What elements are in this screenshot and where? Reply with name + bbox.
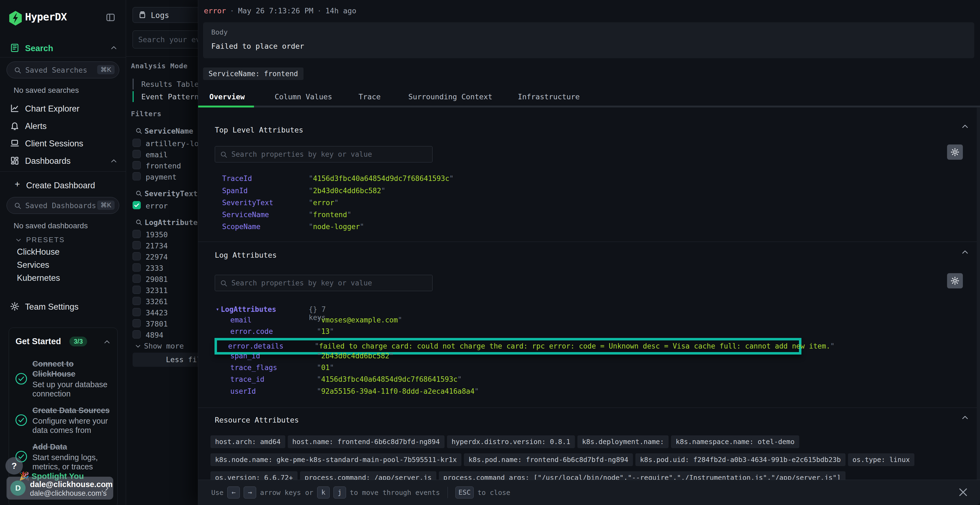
checkbox[interactable] [132, 150, 141, 158]
filter-option-label: payment [146, 173, 177, 181]
attribute-value: 4156d3fbc40a64854d9dc7f68641593c [317, 375, 462, 383]
attribute-key: span_id [230, 352, 317, 360]
attribute-row[interactable]: ScopeNamenode-logger [222, 222, 364, 235]
section-title-resource-attributes: Resource Attributes [215, 416, 299, 424]
log-attributes-tree-root[interactable]: ▾LogAttributes {} 7 keys [216, 305, 276, 316]
resource-chip[interactable]: k8s.namespace.name: otel-demo [671, 435, 799, 448]
detail-tabs: Overview Column Values Trace Surrounding… [198, 90, 980, 106]
footer-text: Use [211, 489, 223, 497]
checkbox[interactable] [132, 330, 141, 338]
chevron-up-icon[interactable] [961, 248, 969, 256]
attribute-row[interactable]: userId92a55156-39a4-11f0-8ddd-a2eca416a8… [230, 387, 479, 399]
scrollbar-track[interactable] [977, 108, 980, 480]
checkbox[interactable] [132, 252, 141, 260]
checkbox[interactable] [132, 286, 141, 294]
checkbox[interactable] [132, 319, 141, 327]
create-dashboard-button[interactable]: Create Dashboard [26, 181, 95, 191]
checkbox[interactable] [132, 297, 141, 305]
sidebar-collapse-icon[interactable] [105, 13, 116, 22]
arrow-left-keycap: ← [227, 486, 240, 499]
saved-dashboards-input[interactable]: Saved Dashboards ⌘K [6, 197, 119, 214]
resource-chip[interactable]: host.arch: amd64 [210, 435, 285, 448]
preset-clickhouse[interactable]: ClickHouse [17, 247, 60, 257]
resource-chip[interactable]: k8s.deployment.name: [578, 435, 668, 448]
chevron-up-icon [110, 157, 118, 165]
resource-chip[interactable]: k8s.pod.name: frontend-6b6c8d7bfd-ng894 [464, 453, 633, 466]
checkbox[interactable] [132, 139, 141, 147]
tree-root-key: LogAttributes [221, 305, 276, 313]
get-started-badge: 3/3 [69, 337, 87, 346]
step-desc: Configure where your data comes from [32, 416, 111, 435]
resource-chip-row: host.arch: amd64 host.name: frontend-6b6… [210, 435, 970, 448]
grid-icon [10, 156, 20, 165]
chevron-up-icon[interactable] [103, 338, 111, 346]
search-icon [220, 279, 228, 287]
attribute-row[interactable]: ServiceNamefrontend [222, 211, 352, 222]
sidebar-item-client-sessions[interactable]: Client Sessions [0, 136, 126, 150]
user-menu[interactable]: D dale@clickhouse.com dale@clickhouse.co… [6, 477, 113, 500]
filter-option-label: frontend [146, 162, 181, 170]
checkbox[interactable] [132, 264, 141, 272]
resource-chip[interactable]: k8s.pod.uid: f284fb2d-a0b3-4634-991b-e2c… [635, 453, 846, 466]
checkbox[interactable] [132, 308, 141, 316]
tab-overview[interactable]: Overview [209, 92, 245, 101]
attribute-row[interactable]: trace_id4156d3fbc40a64854d9dc7f68641593c [230, 375, 462, 387]
chevron-up-icon[interactable] [961, 122, 969, 130]
close-icon[interactable] [958, 486, 969, 498]
attribute-row[interactable]: SpanId2b43d0c4dd6bc582 [222, 187, 385, 199]
sidebar-item-team-settings[interactable]: Team Settings [0, 299, 126, 313]
sidebar-item-alerts[interactable]: Alerts [0, 119, 126, 133]
attribute-row[interactable]: TraceId4156d3fbc40a64854d9dc7f68641593c [222, 175, 453, 186]
step-title: Connect to ClickHouse [32, 359, 111, 379]
analysis-mode-label: Analysis Mode [131, 62, 188, 70]
service-tag-chip[interactable]: ServiceName: frontend [203, 67, 304, 80]
tab-column-values[interactable]: Column Values [275, 92, 332, 101]
resource-chip[interactable]: k8s.node.name: gke-pme-k8s-standard-main… [210, 453, 461, 466]
resource-chip[interactable]: os.type: linux [848, 453, 915, 466]
search-icon [14, 202, 22, 210]
attribute-value: vmoses@example.com [317, 316, 402, 324]
user-email: dale@clickhouse.com [30, 480, 113, 489]
separator-dot: · [230, 6, 234, 15]
get-started-step-connect[interactable]: Connect to ClickHouse Set up your databa… [15, 359, 111, 399]
tree-expand-icon[interactable]: ▾ [216, 306, 219, 312]
sidebar-item-label: Alerts [25, 121, 46, 131]
tab-infrastructure[interactable]: Infrastructure [518, 92, 580, 101]
presets-toggle[interactable]: PRESETS [26, 236, 65, 244]
sidebar-item-search[interactable]: Search [0, 41, 126, 55]
get-started-step-sources[interactable]: Create Data Sources Configure where your… [15, 405, 111, 435]
resource-chip[interactable]: hyperdx.distro.version: 0.8.1 [447, 435, 575, 448]
no-saved-dashboards-text: No saved dashboards [14, 221, 88, 230]
plus-icon: + [15, 179, 20, 189]
chart-icon [10, 103, 20, 113]
sidebar-item-dashboards[interactable]: Dashboards [0, 154, 126, 168]
attribute-row[interactable]: span_id2b43d0c4dd6bc582 [230, 352, 394, 364]
log-attributes-search-input[interactable]: Search properties by key or value [215, 275, 433, 291]
attribute-row[interactable]: emailvmoses@example.com [230, 316, 402, 328]
preset-services[interactable]: Services [17, 260, 49, 270]
attribute-row[interactable]: trace_flags01 [230, 364, 334, 375]
attribute-row[interactable]: SeverityTexterror [222, 199, 339, 211]
help-button[interactable]: ? [5, 457, 23, 475]
chevron-up-icon[interactable] [961, 414, 969, 422]
top-level-search-input[interactable]: Search properties by key or value [215, 146, 433, 162]
checkbox[interactable] [132, 241, 141, 249]
tab-surrounding-context[interactable]: Surrounding Context [408, 92, 492, 101]
tab-trace[interactable]: Trace [358, 92, 380, 101]
preset-kubernetes[interactable]: Kubernetes [17, 273, 60, 283]
attribute-row[interactable]: error.detailsfailed to charge card: coul… [228, 341, 835, 351]
checkbox-checked[interactable] [132, 201, 141, 209]
get-started-step-add-data[interactable]: Add Data Start sending logs, metrics, or… [15, 442, 111, 471]
attribute-key: error.code [230, 327, 317, 335]
sidebar-item-chart-explorer[interactable]: Chart Explorer [0, 101, 126, 115]
saved-searches-input[interactable]: Saved Searches ⌘K [6, 62, 119, 78]
checkbox[interactable] [132, 172, 141, 180]
checkbox[interactable] [132, 161, 141, 169]
settings-button[interactable] [947, 273, 963, 288]
settings-button[interactable] [947, 145, 963, 160]
resource-chip[interactable]: host.name: frontend-6b6c8d7bfd-ng894 [288, 435, 445, 448]
checkbox[interactable] [132, 275, 141, 283]
checkbox[interactable] [132, 230, 141, 238]
filters-label: Filters [131, 110, 161, 118]
attribute-row[interactable]: error.code13 [230, 327, 334, 339]
